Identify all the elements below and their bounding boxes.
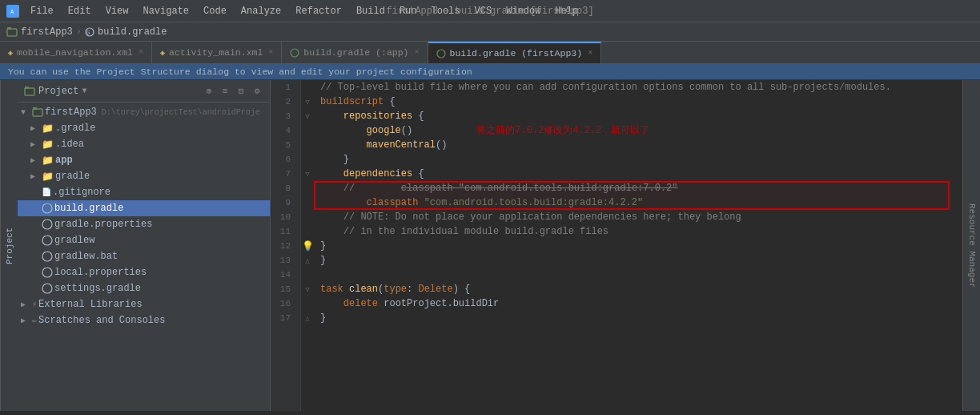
settings-gradle-icon bbox=[42, 283, 53, 294]
svg-point-14 bbox=[42, 236, 52, 245]
menu-navigate[interactable]: Navigate bbox=[136, 4, 195, 18]
code-line-10: // NOTE: Do not place your application d… bbox=[320, 210, 962, 224]
sidebar-action-expand[interactable]: ⊟ bbox=[235, 85, 247, 98]
sidebar-action-settings[interactable]: ⚙ bbox=[251, 85, 263, 98]
main-layout: Project Project ▼ ⊕ ≡ ⊟ ⚙ ▼ bbox=[0, 80, 980, 411]
tree-root[interactable]: ▼ firstApp3 D:\torey\projectTest\android… bbox=[18, 104, 270, 120]
tab-build-gradle-firstapp3[interactable]: build.gradle (firstApp3) × bbox=[428, 42, 602, 63]
fold-3[interactable]: ▽ bbox=[301, 109, 314, 123]
project-icon bbox=[6, 26, 18, 38]
tree-item-app[interactable]: ▶ 📁 app bbox=[18, 152, 270, 168]
tab-close-4[interactable]: × bbox=[588, 49, 592, 58]
app-icon: A bbox=[6, 5, 19, 18]
tree-item-external-libs[interactable]: ▶ ⚡ External Libraries bbox=[18, 296, 270, 312]
breadcrumb-app[interactable]: firstApp3 bbox=[21, 26, 73, 38]
breadcrumb-file[interactable]: build.gradle bbox=[98, 26, 167, 38]
code-line-16: delete rootProject.buildDir bbox=[320, 296, 962, 311]
svg-point-6 bbox=[291, 49, 299, 57]
gutter-column: ▽ ▽ ▽ 💡 △ ▽ △ bbox=[301, 80, 314, 411]
tab-close-1[interactable]: × bbox=[139, 48, 143, 57]
fold-17[interactable]: △ bbox=[301, 311, 314, 325]
gradle-tab-icon-3 bbox=[290, 48, 299, 58]
window-title: firstApp3 – build.gradle [firstApp3] bbox=[386, 6, 593, 17]
menu-bar: A File Edit View Navigate Code Analyze R… bbox=[0, 0, 980, 22]
chinese-comment: 将之前的7.0.2修改为4.2.2，就可以了 bbox=[476, 123, 649, 138]
fold-7[interactable]: ▽ bbox=[301, 167, 314, 181]
svg-point-7 bbox=[437, 50, 445, 58]
project-side-tab[interactable]: Project bbox=[0, 80, 18, 411]
tab-build-gradle-app[interactable]: build.gradle (:app) × bbox=[282, 42, 428, 63]
tree-item-idea[interactable]: ▶ 📁 .idea bbox=[18, 136, 270, 152]
folder-icon-idea: 📁 bbox=[42, 139, 54, 151]
code-line-4: google() 将之前的7.0.2修改为4.2.2，就可以了 bbox=[320, 123, 962, 138]
tree-item-build-gradle[interactable]: ▶ build.gradle bbox=[18, 200, 270, 216]
tree-item-gradle-properties[interactable]: ▶ gradle.properties bbox=[18, 216, 270, 232]
svg-point-15 bbox=[42, 252, 52, 261]
svg-point-16 bbox=[42, 268, 52, 277]
svg-rect-10 bbox=[33, 109, 42, 116]
breadcrumb-bar: firstApp3 › G build.gradle bbox=[0, 22, 980, 42]
menu-build[interactable]: Build bbox=[350, 4, 392, 18]
code-line-3: repositories { bbox=[320, 109, 962, 123]
code-area[interactable]: // Top-level build file where you can ad… bbox=[314, 80, 962, 411]
local-properties-icon bbox=[42, 267, 53, 278]
tree-root-icon bbox=[32, 107, 43, 118]
fold-13[interactable]: △ bbox=[301, 253, 314, 268]
tab-close-3[interactable]: × bbox=[414, 48, 419, 57]
tree-item-gradlew[interactable]: ▶ gradlew bbox=[18, 232, 270, 248]
folder-icon-gradle: 📁 bbox=[42, 123, 54, 135]
tab-activity-main[interactable]: ◈ activity_main.xml × bbox=[152, 42, 282, 63]
svg-text:G: G bbox=[86, 30, 90, 36]
code-line-11: // in the individual module build.gradle… bbox=[320, 224, 962, 239]
code-line-13: } bbox=[320, 253, 962, 268]
sidebar-title: Project ▼ bbox=[24, 86, 86, 97]
info-bar: You can use the Project Structure dialog… bbox=[0, 64, 980, 80]
tree-item-local-properties[interactable]: ▶ local.properties bbox=[18, 264, 270, 280]
svg-rect-8 bbox=[25, 88, 34, 95]
code-line-14 bbox=[320, 268, 962, 282]
code-line-7: dependencies { bbox=[320, 167, 962, 181]
folder-icon-app: 📁 bbox=[42, 155, 54, 167]
tab-bar: ◈ mobile_navigation.xml × ◈ activity_mai… bbox=[0, 42, 980, 64]
tree-item-gradlew-bat[interactable]: ▶ gradlew.bat bbox=[18, 248, 270, 264]
menu-code[interactable]: Code bbox=[197, 4, 233, 18]
bulb-icon-12[interactable]: 💡 bbox=[301, 239, 314, 253]
svg-rect-2 bbox=[7, 29, 17, 36]
tree-item-scratches[interactable]: ▶ ✏ Scratches and Consoles bbox=[18, 312, 270, 328]
sidebar-action-collapse[interactable]: ≡ bbox=[219, 85, 231, 98]
code-line-8: // classpath "com.android.tools.build:gr… bbox=[320, 181, 962, 195]
tree-item-gradle-dir[interactable]: ▶ 📁 gradle bbox=[18, 168, 270, 184]
svg-point-17 bbox=[42, 284, 52, 293]
gradle-icon-selected bbox=[42, 203, 53, 214]
tree-item-gradle-folder[interactable]: ▶ 📁 .gradle bbox=[18, 120, 270, 136]
code-line-6: } bbox=[320, 152, 962, 167]
file-icon-gitignore: 📄 bbox=[42, 187, 51, 197]
tab-xml-icon-1: ◈ bbox=[8, 48, 13, 58]
folder-icon-gradle-dir: 📁 bbox=[42, 171, 54, 183]
tree-item-gitignore[interactable]: ▶ 📄 .gitignore bbox=[18, 184, 270, 200]
menu-refactor[interactable]: Refactor bbox=[289, 4, 348, 18]
sidebar-action-locate[interactable]: ⊕ bbox=[203, 85, 215, 98]
sidebar-header: Project ▼ ⊕ ≡ ⊟ ⚙ bbox=[18, 80, 270, 103]
code-line-5: mavenCentral() bbox=[320, 138, 962, 152]
resource-manager-tab[interactable]: Resource Manager bbox=[962, 80, 980, 411]
menu-edit[interactable]: Edit bbox=[62, 4, 98, 18]
tab-close-2[interactable]: × bbox=[268, 48, 273, 57]
sidebar-tree: ▼ firstApp3 D:\torey\projectTest\android… bbox=[18, 103, 270, 411]
menu-view[interactable]: View bbox=[99, 4, 135, 18]
svg-point-12 bbox=[42, 203, 52, 213]
code-line-1: // Top-level build file where you can ad… bbox=[320, 80, 962, 95]
svg-point-13 bbox=[42, 220, 52, 229]
menu-file[interactable]: File bbox=[24, 4, 60, 18]
tab-mobile-navigation[interactable]: ◈ mobile_navigation.xml × bbox=[0, 42, 152, 63]
code-line-12: } bbox=[320, 239, 962, 253]
code-line-15: task clean(type: Delete) { bbox=[320, 282, 962, 296]
sidebar-actions: ⊕ ≡ ⊟ ⚙ bbox=[203, 85, 263, 98]
code-editor[interactable]: 1 2 3 4 5 6 7 8 9 10 11 12 13 14 15 16 1… bbox=[271, 80, 962, 411]
fold-15[interactable]: ▽ bbox=[301, 282, 314, 296]
code-line-17: } bbox=[320, 311, 962, 325]
tree-item-settings-gradle[interactable]: ▶ settings.gradle bbox=[18, 280, 270, 296]
fold-2[interactable]: ▽ bbox=[301, 95, 314, 109]
sidebar: Project ▼ ⊕ ≡ ⊟ ⚙ ▼ firstApp3 D:\torey\p… bbox=[18, 80, 271, 411]
menu-analyze[interactable]: Analyze bbox=[235, 4, 287, 18]
